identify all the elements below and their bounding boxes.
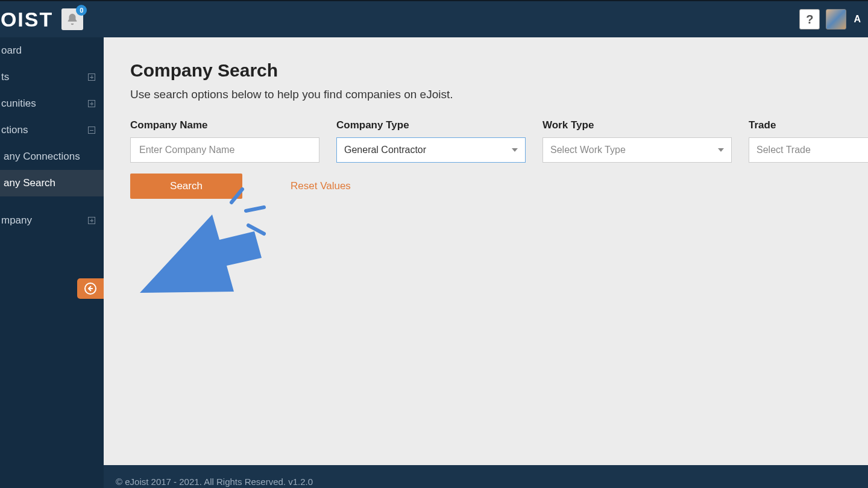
company-name-label: Company Name <box>130 119 319 131</box>
notifications-button[interactable]: 0 <box>61 8 83 30</box>
sidebar-item-label: oard <box>0 45 22 57</box>
search-row: Company Name Company Type General Contra… <box>130 119 862 163</box>
field-trade: Trade Select Trade <box>749 119 868 163</box>
sidebar-item-2[interactable]: cunities <box>0 90 104 117</box>
plus-icon <box>88 74 95 81</box>
footer: © eJoist 2017 - 2021. All Rights Reserve… <box>104 465 868 488</box>
svg-line-3 <box>248 225 264 234</box>
plus-icon <box>88 100 95 107</box>
page-subtitle: Use search options below to help you fin… <box>130 88 862 101</box>
company-name-input[interactable] <box>130 137 319 163</box>
sidebar-item-company-connections[interactable]: any Connections <box>0 143 104 170</box>
sidebar-item-label: any Search <box>2 177 55 189</box>
sidebar-item-company[interactable]: mpany <box>0 207 104 234</box>
help-button[interactable]: ? <box>799 9 820 30</box>
page-title: Company Search <box>130 60 862 81</box>
sidebar-item-label: cunities <box>0 98 36 110</box>
company-type-select[interactable]: General Contractor <box>336 137 526 163</box>
user-initial: A <box>854 14 861 25</box>
chevron-down-icon <box>718 148 724 152</box>
work-type-placeholder: Select Work Type <box>550 145 626 155</box>
work-type-label: Work Type <box>542 119 732 131</box>
chevron-down-icon <box>512 148 518 152</box>
logo: JOIST <box>0 8 53 31</box>
copyright: © eJoist 2017 - 2021. All Rights Reserve… <box>116 477 313 487</box>
sidebar-item-label: any Connections <box>2 151 80 163</box>
sidebar-item-label: ctions <box>0 124 28 136</box>
minus-icon <box>88 127 95 134</box>
top-bar: JOIST 0 ? A <box>0 0 868 37</box>
action-row: Search Reset Values <box>130 174 862 199</box>
sidebar-item-label: ts <box>0 71 9 83</box>
work-type-select[interactable]: Select Work Type <box>542 137 732 163</box>
company-type-value: General Contractor <box>344 145 426 155</box>
field-company-type: Company Type General Contractor <box>336 119 526 163</box>
bell-icon <box>66 13 79 26</box>
sidebar-item-company-search[interactable]: any Search <box>0 170 104 196</box>
trade-placeholder: Select Trade <box>756 145 811 155</box>
field-company-name: Company Name <box>130 119 319 163</box>
search-button[interactable]: Search <box>130 174 242 199</box>
sidebar-item-connections[interactable]: ctions <box>0 117 104 143</box>
cursor-annotation-icon <box>128 184 272 317</box>
avatar[interactable] <box>826 9 846 30</box>
notification-badge: 0 <box>76 5 87 16</box>
sidebar-item-label: mpany <box>0 214 32 227</box>
trade-select[interactable]: Select Trade <box>749 137 868 163</box>
plus-icon <box>88 217 95 224</box>
main-content: Company Search Use search options below … <box>104 37 868 465</box>
svg-line-2 <box>246 207 264 211</box>
reset-values-link[interactable]: Reset Values <box>291 180 351 192</box>
sidebar-item-dashboard[interactable]: oard <box>0 37 104 64</box>
arrow-left-circle-icon <box>83 281 98 296</box>
trade-label: Trade <box>749 119 868 131</box>
company-type-label: Company Type <box>336 119 526 131</box>
sidebar-collapse-button[interactable] <box>77 278 104 299</box>
sidebar-item-1[interactable]: ts <box>0 64 104 90</box>
field-work-type: Work Type Select Work Type <box>542 119 732 163</box>
sidebar: oard ts cunities ctions any Connections … <box>0 37 104 488</box>
